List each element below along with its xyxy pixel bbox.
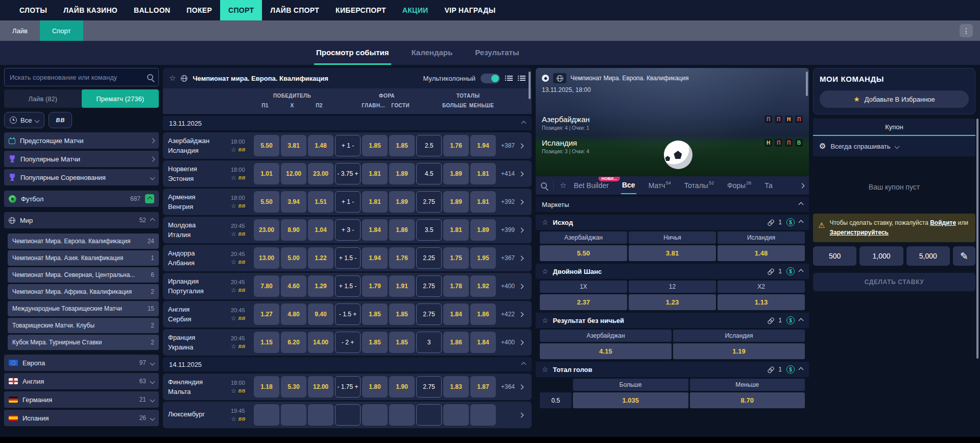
option-odds-button[interactable]: 1.13 [718,294,805,310]
date-group-header[interactable]: 13.11.2025 [163,116,532,130]
odds-button-x[interactable]: 3.94 [281,191,306,213]
favorite-star-icon[interactable]: ☆ [169,74,176,83]
option-odds-button[interactable]: 1.19 [673,343,805,359]
odds-button-p2[interactable]: 23.00 [308,163,333,184]
topnav-item-poker[interactable]: ПОКЕР [178,0,220,20]
topnav-item-slots[interactable]: СЛОТЫ [11,0,55,20]
topnav-item-sport[interactable]: СПОРТ [220,0,262,20]
odds-button-p2[interactable]: 1.22 [308,247,333,269]
search-input[interactable] [10,74,143,81]
odds-button-over[interactable]: 1.86 [443,332,469,353]
favorite-star-icon[interactable]: ☆ [231,202,236,209]
match-row[interactable]: ФранцияУкраина20:45☆BB1.156.2014.00- 2 +… [163,329,532,356]
ask-mode-selector[interactable]: ⚙ Всегда спрашивать [813,136,975,156]
match-row[interactable]: АрменияВенгрия18:00☆BB5.503.941.51+ 1 -1… [163,189,532,215]
odds-button-p2[interactable] [308,404,333,426]
odds-button-handicap-away[interactable]: 1.85 [389,135,415,156]
market-header[interactable]: ☆Тотал голов1$ [536,362,809,377]
odds-button-p2[interactable]: 1.48 [308,135,333,156]
option-odds-button[interactable]: 1.035 [573,392,688,408]
odds-button-handicap-home[interactable]: 1.84 [362,219,388,241]
odds-button-under[interactable]: 1.81 [470,163,496,184]
odds-button-p1[interactable]: 1.18 [254,376,279,398]
odds-button-x[interactable]: 4.60 [281,275,306,297]
odds-button-handicap-away[interactable]: 1.89 [389,191,415,213]
odds-button-x[interactable]: 5.30 [281,376,306,398]
topnav-item-vip-rewards[interactable]: VIP НАГРАДЫ [436,0,504,20]
add-favorites-button[interactable]: ★ Добавьте В Избранное [820,90,969,108]
odds-button-over[interactable]: 1.75 [443,247,469,269]
odds-button-x[interactable]: 12.00 [281,163,306,184]
market-header[interactable]: ☆Исход1$ [536,215,809,230]
odds-button-p2[interactable]: 1.04 [308,219,333,241]
odds-button-handicap-home[interactable]: 1.85 [362,135,388,156]
odds-button-p1[interactable]: 5.50 [254,135,279,156]
odds-button-over[interactable]: 1.78 [443,275,469,297]
match-row[interactable]: МолдоваИталия20:45☆BB23.008.901.04+ 3 -1… [163,217,532,243]
odds-button-under[interactable]: 1.86 [470,304,496,325]
odds-button-p2[interactable]: 14.00 [308,332,333,353]
sidebar-item-upcoming-matches[interactable]: Предстоящие Матчи [4,132,159,149]
odds-button-p1[interactable]: 5.50 [254,191,279,213]
stake-amount-button-1000[interactable]: 1,000 [859,246,903,266]
login-link[interactable]: Войдите [930,219,956,226]
prematch-tab[interactable]: Прематч (2736) [82,89,159,108]
sidebar-league-item[interactable]: Чемпионат Мира. Европа. Квалификация24 [8,234,159,249]
market-tab-bet-builder[interactable]: Bet BuilderНОВИ... [572,177,609,194]
view-compact-icon[interactable] [505,75,513,81]
sidebar-item-popular-competitions[interactable]: Популярные Соревнования [4,169,159,185]
odds-button-handicap-away[interactable]: 1.85 [389,304,415,325]
open-match-button[interactable] [516,285,525,288]
chevron-right-icon[interactable] [800,183,805,188]
time-filter-button[interactable]: Все [4,112,44,128]
favorite-star-icon[interactable]: ☆ [560,181,566,190]
option-odds-button[interactable]: 1.48 [718,245,805,261]
date-group-header[interactable]: 14.11.2025 [163,357,532,371]
register-link[interactable]: Зарегистрируйтесь [829,229,889,236]
match-row[interactable]: АнглияСербия20:45☆BB1.274.809.40- 1.5 +1… [163,301,532,328]
odds-button-handicap-home[interactable] [362,404,388,426]
odds-button-p1[interactable]: 1.27 [254,304,279,325]
open-match-button[interactable] [516,313,525,316]
odds-button-under[interactable]: 1.81 [470,191,496,213]
odds-button-under[interactable]: 1.94 [470,135,496,156]
odds-button-under[interactable]: 1.89 [470,219,496,241]
open-match-button[interactable] [516,413,525,417]
sidebar-league-item[interactable]: Товарищеские Матчи. Клубы2 [8,318,159,333]
odds-button-handicap-home[interactable]: 1.85 [362,332,388,353]
open-match-button[interactable] [516,228,525,232]
open-match-button[interactable] [516,257,525,260]
odds-button-over[interactable]: 1.76 [443,135,469,156]
odds-button-handicap-away[interactable]: 1.90 [389,376,415,398]
option-odds-button[interactable]: 5.50 [540,245,627,261]
option-odds-button[interactable]: 3.81 [629,245,716,261]
odds-button-handicap-away[interactable] [389,404,415,426]
odds-button-p1[interactable]: 1.01 [254,163,279,184]
odds-button-p2[interactable]: 1.29 [308,275,333,297]
tab-event-view[interactable]: Просмотр события [314,42,391,65]
favorite-star-icon[interactable]: ☆ [231,174,236,181]
multicolumn-toggle[interactable] [481,74,500,83]
sidebar-league-item[interactable]: Кубок Мира. Турнирные Ставки2 [8,335,159,350]
more-options-button[interactable]: ⋮ [960,24,973,37]
odds-button-handicap-away[interactable]: 1.86 [389,219,415,241]
odds-button-handicap-home[interactable]: 1.81 [362,191,388,213]
odds-button-handicap-away[interactable]: 1.76 [389,247,415,269]
open-match-button[interactable] [516,385,525,389]
subnav-sport-tab[interactable]: Спорт [40,20,83,41]
odds-button-p2[interactable]: 1.51 [308,191,333,213]
sidebar-country-en[interactable]: Англия63 [4,373,159,389]
subnav-live-tab[interactable]: Лайв [0,20,40,41]
market-tab-more[interactable]: Та [763,177,774,194]
favorite-star-icon[interactable]: ☆ [542,218,548,226]
tab-results[interactable]: Результаты [473,42,521,65]
open-match-button[interactable] [516,144,525,148]
detail-scrollbar[interactable] [806,72,808,96]
coupon-tab[interactable]: Купон [813,119,975,136]
odds-button-over[interactable]: 1.81 [443,219,469,241]
sidebar-sport-football[interactable]: Футбол 687 [4,191,159,207]
odds-button-p1[interactable] [254,404,279,426]
tab-calendar[interactable]: Календарь [410,42,455,65]
events-scrollbar[interactable] [529,72,531,99]
odds-button-x[interactable]: 5.00 [281,247,306,269]
